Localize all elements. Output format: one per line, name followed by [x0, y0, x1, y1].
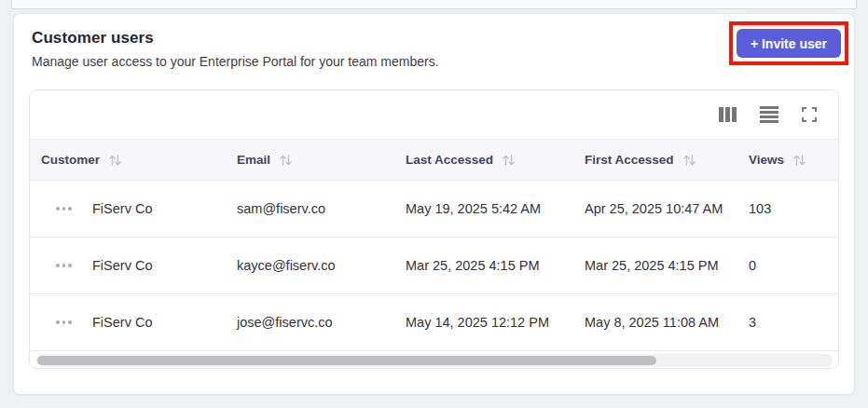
- row-actions-menu-icon[interactable]: [56, 207, 73, 211]
- first-accessed-cell: Mar 25, 2025 4:15 PM: [557, 258, 721, 273]
- column-label: Customer: [41, 153, 100, 167]
- views-cell: 0: [721, 258, 838, 273]
- column-header-customer[interactable]: Customer: [30, 153, 209, 167]
- first-accessed-cell: May 8, 2025 11:08 AM: [557, 315, 721, 330]
- page-subtitle: Manage user access to your Enterprise Po…: [32, 54, 439, 69]
- email-cell: sam@fiserv.co: [209, 201, 378, 216]
- customer-name: FiServ Co: [92, 315, 152, 330]
- email-cell: kayce@fiserv.co: [209, 258, 378, 273]
- heading-block: Customer users Manage user access to you…: [32, 29, 439, 69]
- column-header-views[interactable]: Views: [721, 153, 838, 167]
- customer-name: FiServ Co: [92, 201, 152, 216]
- customer-users-card: Customer users Manage user access to you…: [13, 13, 855, 395]
- customer-cell: FiServ Co: [30, 258, 209, 273]
- customer-name: FiServ Co: [92, 258, 152, 273]
- users-table: Customer Email Last Acce: [29, 89, 839, 369]
- row-density-icon[interactable]: [760, 106, 778, 123]
- columns-icon[interactable]: [719, 107, 737, 122]
- horizontal-scrollbar: [30, 351, 838, 369]
- page-title: Customer users: [32, 29, 439, 48]
- annotation-highlight-box: + Invite user: [729, 21, 848, 65]
- customer-cell: FiServ Co: [30, 315, 209, 330]
- sort-icon: [502, 154, 516, 167]
- first-accessed-cell: Apr 25, 2025 10:47 AM: [557, 201, 721, 216]
- last-accessed-cell: Mar 25, 2025 4:15 PM: [378, 258, 557, 273]
- card-header: Customer users Manage user access to you…: [29, 29, 839, 69]
- email-cell: jose@fiservc.co: [209, 315, 378, 330]
- views-cell: 103: [721, 201, 838, 216]
- column-header-email[interactable]: Email: [209, 153, 378, 167]
- previous-card-bottom-edge: [11, 0, 857, 9]
- table-row: FiServ Co jose@fiservc.co May 14, 2025 1…: [30, 294, 838, 351]
- table-header-row: Customer Email Last Acce: [30, 139, 838, 181]
- column-label: First Accessed: [585, 153, 674, 167]
- row-actions-menu-icon[interactable]: [56, 264, 73, 267]
- row-actions-menu-icon[interactable]: [56, 320, 73, 324]
- column-label: Views: [749, 153, 784, 167]
- views-cell: 3: [721, 315, 838, 330]
- scrollbar-thumb[interactable]: [37, 356, 656, 365]
- sort-icon: [108, 154, 122, 167]
- customer-cell: FiServ Co: [30, 201, 209, 216]
- column-label: Email: [237, 153, 270, 167]
- column-header-first-accessed[interactable]: First Accessed: [557, 153, 721, 167]
- sort-icon: [682, 154, 696, 167]
- column-header-last-accessed[interactable]: Last Accessed: [378, 153, 557, 167]
- sort-icon: [792, 154, 806, 167]
- last-accessed-cell: May 14, 2025 12:12 PM: [378, 315, 557, 330]
- table-toolbar: [30, 90, 838, 139]
- table-row: FiServ Co kayce@fiserv.co Mar 25, 2025 4…: [30, 238, 838, 294]
- scrollbar-track[interactable]: [35, 354, 833, 367]
- invite-user-button[interactable]: + Invite user: [737, 29, 841, 58]
- last-accessed-cell: May 19, 2025 5:42 AM: [378, 201, 557, 216]
- sort-icon: [279, 154, 293, 167]
- column-label: Last Accessed: [406, 153, 493, 167]
- fullscreen-icon[interactable]: [802, 107, 817, 122]
- table-row: FiServ Co sam@fiserv.co May 19, 2025 5:4…: [30, 181, 838, 238]
